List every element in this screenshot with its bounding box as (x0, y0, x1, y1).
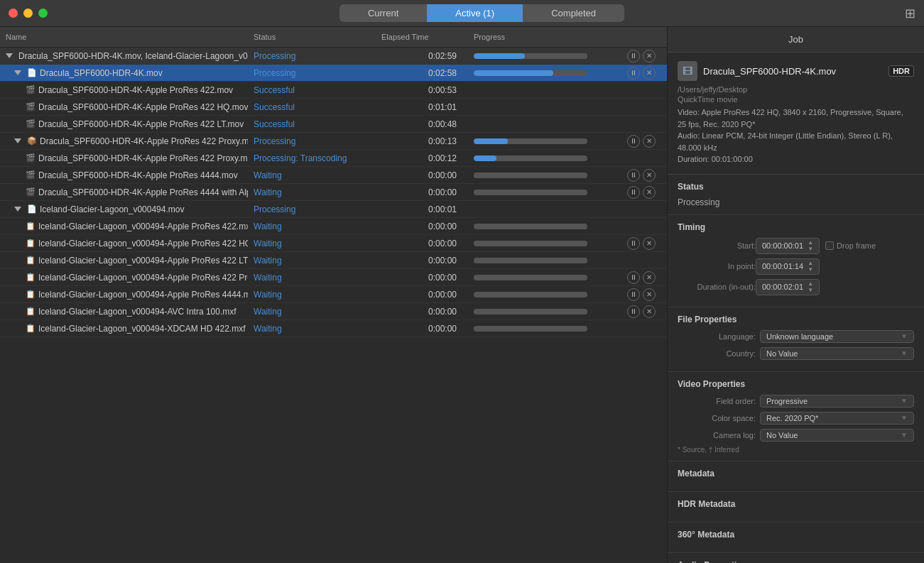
job-type: QuickTime movie (678, 95, 914, 104)
table-row[interactable]: 📄 Dracula_SPF6000-HDR-4K.mov Processing … (0, 65, 667, 82)
country-row: Country: No Value ▼ (678, 347, 914, 360)
media-icon: 🎬 (26, 85, 36, 95)
row-progress (468, 273, 624, 283)
table-row[interactable]: 📋 Iceland-Glacier-Lagoon_v000494-AVC Int… (0, 303, 667, 320)
row-elapsed: 0:00:00 (376, 253, 468, 268)
mxf-icon: 📋 (26, 222, 36, 231)
timing-start-row: Start: 00:00:00:01 ▲ ▼ Drop frame (678, 238, 914, 254)
camera-log-value[interactable]: No Value ▼ (760, 429, 914, 442)
color-space-label: Color space: (678, 414, 756, 422)
timing-inpoint-value[interactable]: 00:00:01:14 ▲ ▼ (756, 258, 820, 275)
row-elapsed: 0:00:00 (376, 322, 468, 336)
col-elapsed: Elapsed Time (376, 30, 468, 44)
row-name: 🎬 Dracula_SPF6000-HDR-4K-Apple ProRes 42… (0, 100, 248, 114)
table-row[interactable]: 📋 Iceland-Glacier-Lagoon_v000494-Apple P… (0, 235, 667, 252)
table-row[interactable]: 📋 Iceland-Glacier-Lagoon_v000494-Apple P… (0, 252, 667, 269)
mxf-icon: 📋 (26, 239, 36, 248)
row-label: Dracula_SPF6000-HDR-4K-Apple ProRes 4444… (38, 187, 248, 197)
col-actions (624, 30, 667, 44)
drop-frame-checkbox[interactable]: Drop frame (825, 241, 876, 250)
color-space-row: Color space: Rec. 2020 PQ* ▼ (678, 412, 914, 425)
row-status: Processing: Transcoding (248, 151, 376, 165)
audio-properties-section: Audio Properties Audio tracks: Stereo (L… (668, 553, 924, 564)
pause-button[interactable]: ⏸ (627, 288, 640, 301)
stop-button[interactable]: ✕ (643, 135, 656, 148)
file-properties-section: File Properties Language: Unknown langua… (668, 307, 924, 372)
timing-title: Timing (678, 222, 914, 232)
field-order-value[interactable]: Progressive ▼ (760, 395, 914, 408)
pause-button[interactable]: ⏸ (627, 135, 640, 148)
expand-icon[interactable] (14, 70, 21, 75)
pause-button[interactable]: ⏸ (627, 271, 640, 284)
tab-current[interactable]: Current (339, 4, 427, 22)
country-value[interactable]: No Value ▼ (760, 347, 914, 360)
expand-icon[interactable] (14, 138, 21, 143)
stop-button[interactable]: ✕ (643, 50, 656, 62)
country-label: Country: (678, 349, 756, 358)
media-icon: 🎬 (26, 153, 36, 163)
row-progress (468, 88, 624, 92)
table-row[interactable]: 🎬 Dracula_SPF6000-HDR-4K-Apple ProRes 44… (0, 184, 667, 201)
table-row[interactable]: 📋 Iceland-Glacier-Lagoon_v000494-Apple P… (0, 286, 667, 303)
table-row[interactable]: 🎬 Dracula_SPF6000-HDR-4K-Apple ProRes 44… (0, 167, 667, 184)
settings-icon[interactable]: ⊞ (905, 6, 915, 21)
pause-button[interactable]: ⏸ (627, 186, 640, 199)
table-row[interactable]: 🎬 Dracula_SPF6000-HDR-4K-Apple ProRes 42… (0, 116, 667, 133)
table-row[interactable]: 🎬 Dracula_SPF6000-HDR-4K-Apple ProRes 42… (0, 99, 667, 116)
checkbox[interactable] (825, 241, 834, 250)
table-row[interactable]: 📦 Dracula_SPF6000-HDR-4K-Apple ProRes 42… (0, 133, 667, 150)
right-panel-header: Job (668, 27, 924, 53)
stop-button[interactable]: ✕ (643, 67, 656, 80)
stop-button[interactable]: ✕ (643, 186, 656, 199)
table-row[interactable]: 🎬 Dracula_SPF6000-HDR-4K-Apple ProRes 42… (0, 150, 667, 167)
table-row[interactable]: 📋 Iceland-Glacier-Lagoon_v000494-XDCAM H… (0, 320, 667, 337)
color-space-value[interactable]: Rec. 2020 PQ* ▼ (760, 412, 914, 425)
expand-icon[interactable] (6, 53, 13, 58)
camera-log-row: Camera log: No Value ▼ (678, 429, 914, 442)
pause-button[interactable]: ⏸ (627, 67, 640, 80)
timing-duration-value[interactable]: 00:00:02:01 ▲ ▼ (756, 279, 820, 295)
pause-button[interactable]: ⏸ (627, 237, 640, 250)
media-icon: 🎬 (26, 102, 36, 112)
fullscreen-button[interactable] (38, 9, 48, 18)
row-label: Dracula_SPF6000-HDR-4K.mov (40, 68, 163, 78)
stop-button[interactable]: ✕ (643, 288, 656, 301)
language-value[interactable]: Unknown language ▼ (760, 330, 914, 343)
chevron-icon: ▼ (901, 414, 908, 422)
timing-inpoint-label: In point: (678, 262, 756, 270)
stop-button[interactable]: ✕ (643, 169, 656, 182)
minimize-button[interactable] (23, 9, 33, 18)
timing-start-label: Start: (678, 241, 756, 250)
pause-button[interactable]: ⏸ (627, 169, 640, 182)
row-label: Iceland-Glacier-Lagoon_v000494-Apple Pro… (38, 273, 248, 283)
row-status: Waiting (248, 236, 376, 251)
row-label: Iceland-Glacier-Lagoon_v000494-Apple Pro… (38, 256, 248, 266)
row-label: Dracula_SPF6000-HDR-4K-Apple ProRes 422 … (38, 119, 244, 129)
row-actions: ⏸ ✕ (624, 186, 667, 199)
row-elapsed: 0:00:48 (376, 117, 468, 131)
stop-button[interactable]: ✕ (643, 305, 656, 318)
table-row[interactable]: 📋 Iceland-Glacier-Lagoon_v000494-Apple P… (0, 269, 667, 286)
table-row[interactable]: 📋 Iceland-Glacier-Lagoon_v000494-Apple P… (0, 218, 667, 235)
job-info: 🎞 Dracula_SPF6000-HDR-4K.mov HDR /Users/… (668, 53, 924, 175)
row-label: Iceland-Glacier-Lagoon_v000494.mov (40, 204, 184, 214)
table-row[interactable]: Dracula_SPF6000-HDR-4K.mov, Iceland-Glac… (0, 48, 667, 65)
expand-icon[interactable] (14, 207, 21, 212)
row-status: Waiting (248, 185, 376, 199)
table-row[interactable]: 🎬 Dracula_SPF6000-HDR-4K-Apple ProRes 42… (0, 82, 667, 99)
close-button[interactable] (9, 9, 18, 18)
main-layout: Name Status Elapsed Time Progress Dracul… (0, 27, 924, 563)
table-row[interactable]: 📄 Iceland-Glacier-Lagoon_v000494.mov Pro… (0, 201, 667, 218)
pause-button[interactable]: ⏸ (627, 50, 640, 62)
row-progress (468, 136, 624, 146)
row-name: 📋 Iceland-Glacier-Lagoon_v000494-Apple P… (0, 253, 248, 268)
stop-button[interactable]: ✕ (643, 237, 656, 250)
timing-start-value[interactable]: 00:00:00:01 ▲ ▼ (756, 238, 820, 254)
row-label: Iceland-Glacier-Lagoon_v000494-Apple Pro… (38, 290, 248, 300)
tab-completed[interactable]: Completed (523, 4, 624, 22)
stop-button[interactable]: ✕ (643, 271, 656, 284)
row-elapsed: 0:01:01 (376, 100, 468, 114)
pause-button[interactable]: ⏸ (627, 305, 640, 318)
tab-active[interactable]: Active (1) (427, 4, 523, 22)
row-name: 🎬 Dracula_SPF6000-HDR-4K-Apple ProRes 42… (0, 151, 248, 165)
